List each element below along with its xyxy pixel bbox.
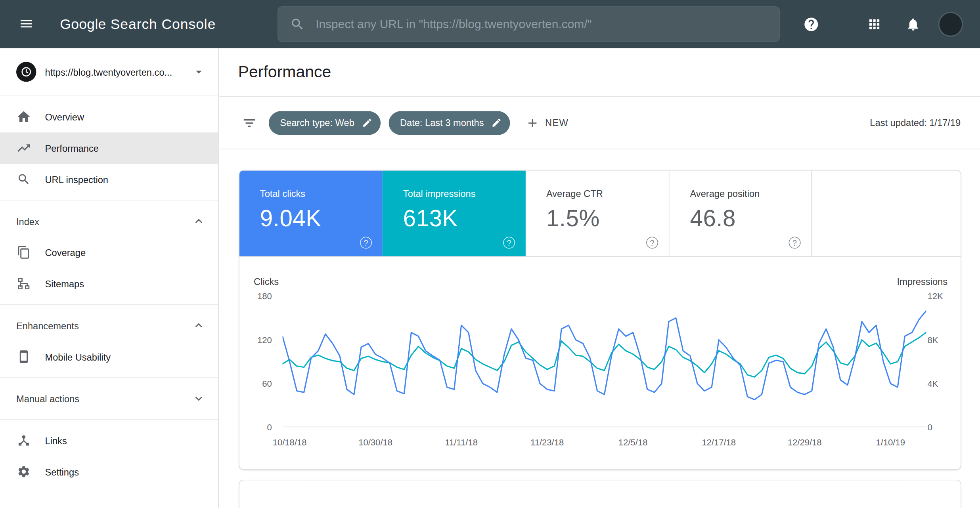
tiles-empty-space: [812, 170, 961, 256]
y-axis-label: 0: [928, 422, 932, 432]
notifications-icon[interactable]: [905, 17, 921, 32]
x-axis-label: 12/29/18: [788, 437, 822, 447]
metric-value: 9.04K: [260, 206, 383, 232]
section-header-label: Manual actions: [16, 393, 79, 404]
section-header-label: Enhancements: [16, 320, 79, 331]
next-card-partial: [239, 480, 961, 508]
edit-pencil-icon: [491, 117, 502, 128]
metric-value: 1.5%: [546, 206, 669, 232]
help-icon[interactable]: ?: [646, 237, 658, 249]
url-inspection-icon: [16, 172, 31, 187]
sidebar-section-index[interactable]: Index: [0, 206, 218, 237]
chip-label: Search type: Web: [280, 117, 354, 128]
sitemaps-icon: [16, 276, 31, 291]
sidebar-section-enhancements[interactable]: Enhancements: [0, 310, 218, 341]
section-header-label: Index: [16, 216, 39, 227]
y-axis-label: 4K: [928, 378, 938, 388]
search-icon: [290, 17, 305, 32]
sidebar-item-label: Sitemaps: [45, 278, 84, 289]
home-icon: [16, 109, 31, 124]
chevron-up-icon: [192, 319, 206, 332]
sidebar-item-settings[interactable]: Settings: [0, 456, 218, 487]
sidebar: https://blog.twentyoverten.co... Overvie…: [0, 48, 219, 508]
sidebar-item-url-inspection[interactable]: URL inspection: [0, 164, 218, 195]
performance-card: Total clicks 9.04K ? Total impressions 6…: [239, 170, 961, 470]
metric-label: Total clicks: [260, 188, 383, 199]
sidebar-item-label: URL inspection: [45, 174, 109, 185]
sidebar-nav: Overview Performance URL inspection Inde…: [0, 96, 218, 487]
sidebar-item-overview[interactable]: Overview: [0, 101, 218, 132]
metric-label: Average position: [690, 188, 811, 199]
property-label: https://blog.twentyoverten.co...: [45, 67, 172, 77]
menu-icon[interactable]: [19, 16, 34, 31]
apps-grid-icon[interactable]: [867, 17, 882, 32]
x-axis-label: 10/30/18: [358, 437, 392, 447]
performance-chart: Clicks Impressions 180120600 12K8K4K0 10…: [239, 257, 961, 469]
page-header: Performance: [219, 48, 980, 97]
plus-icon: [526, 116, 540, 130]
right-axis-title: Impressions: [897, 276, 947, 287]
topbar-actions: [803, 0, 963, 48]
date-range-chip[interactable]: Date: Last 3 months: [389, 111, 510, 135]
last-updated-text: Last updated: 1/17/19: [870, 117, 961, 128]
sidebar-item-label: Settings: [45, 466, 79, 477]
help-icon[interactable]: ?: [503, 237, 515, 249]
y-axis-label: 8K: [928, 335, 938, 345]
x-axis-label: 1/10/19: [876, 437, 905, 447]
sidebar-item-sitemaps[interactable]: Sitemaps: [0, 268, 218, 299]
mobile-usability-icon: [16, 349, 31, 364]
metric-label: Total impressions: [403, 188, 526, 199]
y-axis-label: 0: [267, 422, 272, 432]
sidebar-item-coverage[interactable]: Coverage: [0, 237, 218, 268]
help-icon[interactable]: ?: [789, 237, 801, 249]
avatar[interactable]: [938, 11, 963, 36]
x-axis-label: 11/11/18: [445, 437, 478, 447]
sidebar-item-label: Performance: [45, 143, 99, 153]
url-inspect-input[interactable]: [314, 17, 769, 32]
divider: [0, 377, 218, 378]
sidebar-section-manual-actions[interactable]: Manual actions: [0, 383, 218, 414]
edit-pencil-icon: [362, 117, 373, 128]
new-filter-label: NEW: [545, 117, 568, 128]
content-area: Total clicks 9.04K ? Total impressions 6…: [219, 149, 980, 508]
chart-plot: [283, 296, 926, 427]
x-axis-label: 12/5/18: [618, 437, 648, 447]
help-icon[interactable]: [803, 16, 819, 32]
x-axis-label: 12/17/18: [702, 437, 736, 447]
chevron-down-icon: [192, 392, 206, 405]
y-axis-label: 12K: [928, 291, 943, 301]
left-axis-ticks: 180120600: [239, 257, 272, 469]
divider: [0, 200, 218, 201]
total-impressions-tile[interactable]: Total impressions 613K ?: [383, 170, 526, 256]
new-filter-button[interactable]: NEW: [526, 116, 568, 130]
x-axis-label: 11/23/18: [530, 437, 564, 447]
coverage-icon: [16, 245, 31, 260]
filter-bar: Search type: Web Date: Last 3 months NEW…: [219, 97, 980, 149]
divider: [0, 419, 218, 420]
performance-icon: [16, 141, 31, 156]
property-selector[interactable]: https://blog.twentyoverten.co...: [0, 48, 218, 96]
average-position-tile[interactable]: Average position 46.8 ?: [669, 170, 812, 256]
sidebar-item-label: Coverage: [45, 247, 86, 258]
logo-google: Google: [60, 16, 106, 32]
app-logo: Google Search Console: [60, 0, 216, 48]
average-ctr-tile[interactable]: Average CTR 1.5% ?: [526, 170, 669, 256]
google-search-console-app: Google Search Console: [0, 0, 980, 508]
sidebar-item-performance[interactable]: Performance: [0, 132, 218, 164]
property-icon: [16, 62, 36, 82]
filter-icon[interactable]: [242, 115, 257, 130]
url-inspect-search-bar[interactable]: [278, 6, 780, 42]
top-bar: Google Search Console: [0, 0, 980, 48]
y-axis-label: 180: [257, 291, 272, 301]
metric-tiles: Total clicks 9.04K ? Total impressions 6…: [239, 170, 961, 257]
total-clicks-tile[interactable]: Total clicks 9.04K ?: [239, 170, 383, 256]
help-icon[interactable]: ?: [360, 237, 372, 249]
metric-value: 46.8: [690, 206, 811, 232]
sidebar-item-links[interactable]: Links: [0, 425, 218, 456]
sidebar-item-mobile-usability[interactable]: Mobile Usability: [0, 341, 218, 372]
sidebar-item-label: Links: [45, 435, 67, 446]
page-title: Performance: [238, 63, 331, 82]
search-type-chip[interactable]: Search type: Web: [269, 111, 381, 135]
logo-product: Search Console: [111, 16, 216, 32]
chevron-up-icon: [192, 214, 206, 228]
